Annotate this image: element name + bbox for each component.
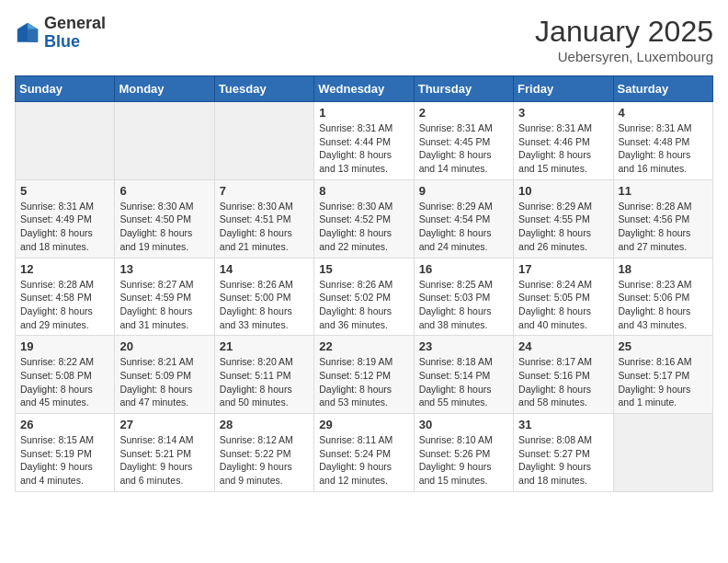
calendar-cell: 11Sunrise: 8:28 AM Sunset: 4:56 PM Dayli… xyxy=(613,179,712,258)
day-number: 13 xyxy=(119,262,209,276)
calendar-cell: 30Sunrise: 8:10 AM Sunset: 5:26 PM Dayli… xyxy=(414,414,513,492)
day-info: Sunrise: 8:08 AM Sunset: 5:27 PM Dayligh… xyxy=(518,433,608,488)
day-info: Sunrise: 8:16 AM Sunset: 5:17 PM Dayligh… xyxy=(619,355,708,409)
logo-icon xyxy=(15,20,40,46)
calendar-cell: 12Sunrise: 8:28 AM Sunset: 4:58 PM Dayli… xyxy=(16,258,115,336)
day-number: 20 xyxy=(119,339,209,353)
day-info: Sunrise: 8:21 AM Sunset: 5:09 PM Dayligh… xyxy=(119,355,209,409)
logo-text: General Blue xyxy=(44,15,106,52)
day-number: 7 xyxy=(220,184,309,198)
calendar-cell xyxy=(115,102,214,180)
day-number: 8 xyxy=(319,184,408,198)
calendar-cell: 13Sunrise: 8:27 AM Sunset: 4:59 PM Dayli… xyxy=(115,258,214,336)
weekday-header-tuesday: Tuesday xyxy=(214,76,313,102)
calendar-cell: 4Sunrise: 8:31 AM Sunset: 4:48 PM Daylig… xyxy=(613,102,712,180)
day-number: 10 xyxy=(518,184,608,198)
location: Uebersyren, Luxembourg xyxy=(535,49,713,64)
day-number: 24 xyxy=(518,339,608,353)
calendar-cell: 16Sunrise: 8:25 AM Sunset: 5:03 PM Dayli… xyxy=(414,258,513,336)
day-number: 14 xyxy=(220,262,309,276)
day-number: 17 xyxy=(518,262,608,276)
day-number: 22 xyxy=(319,339,408,353)
day-info: Sunrise: 8:28 AM Sunset: 4:56 PM Dayligh… xyxy=(619,200,708,254)
calendar-week-2: 5Sunrise: 8:31 AM Sunset: 4:49 PM Daylig… xyxy=(16,179,713,258)
day-number: 3 xyxy=(518,106,608,120)
day-info: Sunrise: 8:26 AM Sunset: 5:02 PM Dayligh… xyxy=(319,278,408,332)
day-info: Sunrise: 8:19 AM Sunset: 5:12 PM Dayligh… xyxy=(319,355,408,409)
day-number: 19 xyxy=(20,339,109,353)
day-info: Sunrise: 8:25 AM Sunset: 5:03 PM Dayligh… xyxy=(419,278,508,332)
calendar-cell: 2Sunrise: 8:31 AM Sunset: 4:45 PM Daylig… xyxy=(414,102,513,180)
day-info: Sunrise: 8:11 AM Sunset: 5:24 PM Dayligh… xyxy=(319,433,408,488)
calendar-cell: 26Sunrise: 8:15 AM Sunset: 5:19 PM Dayli… xyxy=(16,414,115,492)
day-info: Sunrise: 8:31 AM Sunset: 4:49 PM Dayligh… xyxy=(20,200,109,254)
day-info: Sunrise: 8:27 AM Sunset: 4:59 PM Dayligh… xyxy=(119,278,209,332)
day-number: 4 xyxy=(619,106,708,120)
calendar-cell xyxy=(16,102,115,180)
calendar-week-4: 19Sunrise: 8:22 AM Sunset: 5:08 PM Dayli… xyxy=(16,336,713,414)
day-info: Sunrise: 8:24 AM Sunset: 5:05 PM Dayligh… xyxy=(518,278,608,332)
calendar-cell xyxy=(214,102,313,180)
day-info: Sunrise: 8:31 AM Sunset: 4:45 PM Dayligh… xyxy=(419,121,508,176)
day-number: 25 xyxy=(619,339,708,353)
day-info: Sunrise: 8:12 AM Sunset: 5:22 PM Dayligh… xyxy=(220,433,309,488)
calendar-cell: 21Sunrise: 8:20 AM Sunset: 5:11 PM Dayli… xyxy=(214,336,313,414)
day-number: 1 xyxy=(319,106,408,120)
calendar-week-5: 26Sunrise: 8:15 AM Sunset: 5:19 PM Dayli… xyxy=(16,414,713,492)
calendar-cell: 18Sunrise: 8:23 AM Sunset: 5:06 PM Dayli… xyxy=(613,258,712,336)
title-block: January 2025 Uebersyren, Luxembourg xyxy=(535,15,713,64)
day-info: Sunrise: 8:14 AM Sunset: 5:21 PM Dayligh… xyxy=(119,433,209,488)
day-number: 6 xyxy=(119,184,209,198)
logo-blue-text: Blue xyxy=(44,33,106,52)
page-header: General Blue January 2025 Uebersyren, Lu… xyxy=(15,15,713,64)
calendar-cell: 25Sunrise: 8:16 AM Sunset: 5:17 PM Dayli… xyxy=(613,336,712,414)
calendar-cell: 23Sunrise: 8:18 AM Sunset: 5:14 PM Dayli… xyxy=(414,336,513,414)
day-number: 30 xyxy=(419,418,508,431)
month-title: January 2025 xyxy=(535,15,713,49)
calendar-cell: 1Sunrise: 8:31 AM Sunset: 4:44 PM Daylig… xyxy=(314,102,414,180)
day-number: 27 xyxy=(119,418,209,431)
calendar-table: SundayMondayTuesdayWednesdayThursdayFrid… xyxy=(15,75,713,492)
svg-marker-1 xyxy=(28,23,38,29)
day-info: Sunrise: 8:23 AM Sunset: 5:06 PM Dayligh… xyxy=(619,278,708,332)
weekday-header-row: SundayMondayTuesdayWednesdayThursdayFrid… xyxy=(16,76,713,102)
day-info: Sunrise: 8:18 AM Sunset: 5:14 PM Dayligh… xyxy=(419,355,508,409)
calendar-cell: 3Sunrise: 8:31 AM Sunset: 4:46 PM Daylig… xyxy=(514,102,613,180)
calendar-cell: 9Sunrise: 8:29 AM Sunset: 4:54 PM Daylig… xyxy=(414,179,513,258)
day-info: Sunrise: 8:28 AM Sunset: 4:58 PM Dayligh… xyxy=(20,278,109,332)
calendar-week-3: 12Sunrise: 8:28 AM Sunset: 4:58 PM Dayli… xyxy=(16,258,713,336)
weekday-header-monday: Monday xyxy=(115,76,214,102)
day-info: Sunrise: 8:15 AM Sunset: 5:19 PM Dayligh… xyxy=(20,433,109,488)
day-number: 12 xyxy=(20,262,109,276)
calendar-cell: 22Sunrise: 8:19 AM Sunset: 5:12 PM Dayli… xyxy=(314,336,414,414)
calendar-cell: 5Sunrise: 8:31 AM Sunset: 4:49 PM Daylig… xyxy=(16,179,115,258)
day-number: 23 xyxy=(419,339,508,353)
day-number: 16 xyxy=(419,262,508,276)
day-info: Sunrise: 8:31 AM Sunset: 4:48 PM Dayligh… xyxy=(619,121,708,176)
day-info: Sunrise: 8:26 AM Sunset: 5:00 PM Dayligh… xyxy=(220,278,309,332)
day-info: Sunrise: 8:29 AM Sunset: 4:54 PM Dayligh… xyxy=(419,200,508,254)
day-info: Sunrise: 8:10 AM Sunset: 5:26 PM Dayligh… xyxy=(419,433,508,488)
calendar-header: SundayMondayTuesdayWednesdayThursdayFrid… xyxy=(16,76,713,102)
svg-marker-2 xyxy=(28,29,38,42)
day-info: Sunrise: 8:17 AM Sunset: 5:16 PM Dayligh… xyxy=(518,355,608,409)
day-info: Sunrise: 8:30 AM Sunset: 4:51 PM Dayligh… xyxy=(220,200,309,254)
calendar-cell: 28Sunrise: 8:12 AM Sunset: 5:22 PM Dayli… xyxy=(214,414,313,492)
calendar-cell: 24Sunrise: 8:17 AM Sunset: 5:16 PM Dayli… xyxy=(514,336,613,414)
day-number: 18 xyxy=(619,262,708,276)
day-info: Sunrise: 8:31 AM Sunset: 4:46 PM Dayligh… xyxy=(518,121,608,176)
calendar-cell: 29Sunrise: 8:11 AM Sunset: 5:24 PM Dayli… xyxy=(314,414,414,492)
logo-general-text: General xyxy=(44,15,106,33)
calendar-cell: 7Sunrise: 8:30 AM Sunset: 4:51 PM Daylig… xyxy=(214,179,313,258)
calendar-week-1: 1Sunrise: 8:31 AM Sunset: 4:44 PM Daylig… xyxy=(16,102,713,180)
day-number: 2 xyxy=(419,106,508,120)
calendar-cell xyxy=(613,414,712,492)
day-number: 29 xyxy=(319,418,408,431)
weekday-header-thursday: Thursday xyxy=(414,76,513,102)
calendar-cell: 10Sunrise: 8:29 AM Sunset: 4:55 PM Dayli… xyxy=(514,179,613,258)
weekday-header-friday: Friday xyxy=(514,76,613,102)
day-number: 5 xyxy=(20,184,109,198)
logo: General Blue xyxy=(15,15,106,52)
calendar-cell: 15Sunrise: 8:26 AM Sunset: 5:02 PM Dayli… xyxy=(314,258,414,336)
day-number: 15 xyxy=(319,262,408,276)
